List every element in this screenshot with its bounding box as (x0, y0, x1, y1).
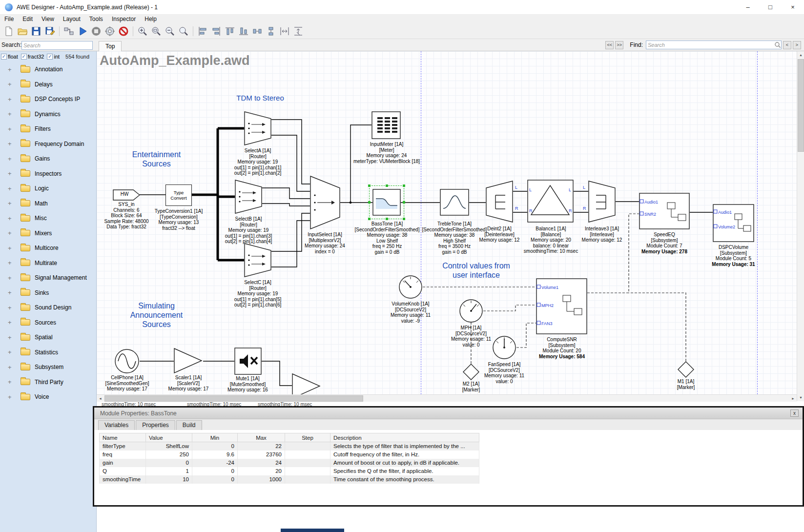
menu-item[interactable]: File (0, 16, 18, 22)
run-icon[interactable] (76, 25, 89, 38)
save-icon[interactable] (29, 25, 43, 38)
palette-folder[interactable]: Sinks (0, 286, 96, 301)
zoom-out-icon[interactable] (163, 25, 177, 38)
expand-icon[interactable] (8, 364, 15, 371)
space-vertical-icon[interactable] (291, 25, 305, 38)
variable-row[interactable]: gain 0 -24 24 Amount of boost or cut to … (100, 459, 479, 467)
align-bottom-icon[interactable] (237, 25, 250, 38)
vertical-scroll-thumb[interactable] (798, 59, 804, 152)
block-inputselect[interactable] (310, 176, 340, 229)
expand-icon[interactable] (8, 185, 15, 192)
palette-folder[interactable]: Third Party (0, 375, 96, 390)
stop-icon[interactable] (89, 25, 103, 38)
expand-icon[interactable] (8, 378, 15, 386)
expand-icon[interactable] (8, 125, 15, 133)
expand-icon[interactable] (8, 393, 15, 401)
block-mixer-clipped[interactable] (292, 373, 321, 394)
selection-box-basstone[interactable] (369, 185, 404, 219)
palette-folder[interactable]: Misc (0, 211, 96, 226)
block-selecta[interactable] (244, 111, 271, 145)
palette-folder[interactable]: Signal Management (0, 270, 96, 286)
note-announcement-sources[interactable]: SimulatingAnnouncementSources (114, 301, 199, 329)
block-balance1[interactable]: L R L R (527, 180, 574, 223)
properties-tab[interactable]: Build (176, 420, 202, 430)
expand-icon[interactable] (8, 170, 15, 177)
expand-icon[interactable] (8, 245, 15, 252)
block-speedeq[interactable]: Audio1 SNR2 (639, 193, 690, 229)
expand-icon[interactable] (8, 289, 15, 296)
note-tdm-to-stereo[interactable]: TDM to Stereo (219, 93, 302, 102)
zoom-actual-icon[interactable] (177, 25, 190, 38)
block-deint2[interactable] (486, 181, 513, 223)
palette-folder[interactable]: Annotation (0, 62, 96, 77)
checkbox-checked-icon[interactable] (21, 54, 27, 60)
palette-folder[interactable]: Subsystem (0, 360, 96, 375)
align-right-icon[interactable] (209, 25, 223, 38)
palette-folder[interactable]: Sources (0, 315, 96, 330)
note-control-values[interactable]: Control values fromuser interface (433, 261, 519, 280)
minimize-button[interactable]: – (737, 0, 759, 14)
variable-row[interactable]: filterType ShelfLow 0 22 Selects the typ… (100, 442, 479, 450)
note-entertainment-sources[interactable]: EntertainmentSources (114, 150, 199, 168)
profile-icon[interactable] (103, 25, 117, 38)
properties-tab[interactable]: Variables (98, 420, 135, 430)
vertical-scrollbar[interactable]: ▲ ▼ (797, 51, 804, 401)
expand-icon[interactable] (8, 348, 15, 356)
variable-value[interactable]: 10 (146, 475, 192, 484)
variable-row[interactable]: Q 1 0 20 Specifies the Q of the filter, … (100, 467, 479, 475)
palette-folder[interactable]: Spatial (0, 330, 96, 345)
palette-folder[interactable]: Inspectors (0, 166, 96, 182)
variable-value[interactable]: 250 (146, 450, 192, 459)
distribute-vertical-icon[interactable] (264, 25, 278, 38)
block-fanspeed[interactable] (492, 335, 516, 360)
expand-icon[interactable] (8, 274, 15, 282)
align-left-icon[interactable] (196, 25, 209, 38)
expand-icon[interactable] (8, 334, 15, 341)
block-selectb[interactable] (235, 180, 262, 214)
variable-value[interactable]: 1 (146, 467, 192, 475)
block-computesnr[interactable]: Volume1 MPH2 FAN3 (536, 278, 587, 334)
maximize-button[interactable]: □ (759, 0, 782, 14)
distribute-horizontal-icon[interactable] (250, 25, 264, 38)
close-button[interactable]: × (782, 0, 804, 14)
scroll-left-icon[interactable]: ◄ (97, 395, 104, 402)
expand-icon[interactable] (8, 259, 15, 266)
variable-row[interactable]: freq 250 9.6 23760 Cutoff frequency of t… (100, 450, 479, 459)
block-interleave3[interactable] (588, 181, 616, 223)
connect-target-icon[interactable] (62, 25, 76, 38)
align-top-icon[interactable] (223, 25, 237, 38)
properties-panel-titlebar[interactable]: Module Properties: BassTone x (94, 408, 803, 419)
block-typeconversion1[interactable]: TypeConvert (165, 184, 192, 206)
block-selectc[interactable] (244, 243, 271, 277)
expand-icon[interactable] (8, 81, 15, 88)
filter-float[interactable]: float (1, 54, 18, 60)
menu-item[interactable]: Edit (18, 16, 37, 22)
horizontal-scrollbar[interactable]: ◄ ► (97, 394, 797, 402)
save-as-icon[interactable] (43, 25, 57, 38)
menu-item[interactable]: Help (140, 16, 161, 22)
menu-item[interactable]: Tools (85, 16, 107, 22)
zoom-fit-icon[interactable] (149, 25, 163, 38)
expand-icon[interactable] (8, 96, 15, 103)
block-mph[interactable] (459, 299, 483, 323)
close-icon[interactable]: x (790, 409, 799, 417)
palette-folder[interactable]: Filters (0, 122, 96, 137)
palette-folder[interactable]: Gains (0, 151, 96, 166)
variable-value[interactable]: 0 (146, 459, 192, 467)
palette-folder[interactable]: Mixers (0, 226, 96, 241)
block-inputmeter[interactable] (371, 111, 401, 139)
variable-row[interactable]: smoothingTime 10 0 1000 Time constant of… (100, 475, 479, 484)
block-trebletone[interactable] (440, 189, 469, 216)
expand-icon[interactable] (8, 319, 15, 326)
palette-folder[interactable]: Multicore (0, 241, 96, 256)
variable-value[interactable]: ShelfLow (146, 442, 192, 450)
find-next-button[interactable]: > (793, 41, 801, 49)
palette-folder[interactable]: DSP Concepts IP (0, 92, 96, 107)
filter-fract32[interactable]: fract32 (21, 54, 44, 60)
block-sysin[interactable]: HW (113, 189, 140, 201)
checkbox-checked-icon[interactable] (1, 54, 7, 60)
find-input[interactable] (646, 42, 774, 48)
open-folder-icon[interactable] (16, 25, 29, 38)
block-m2[interactable] (463, 364, 479, 380)
menu-item[interactable]: Inspector (107, 16, 140, 22)
